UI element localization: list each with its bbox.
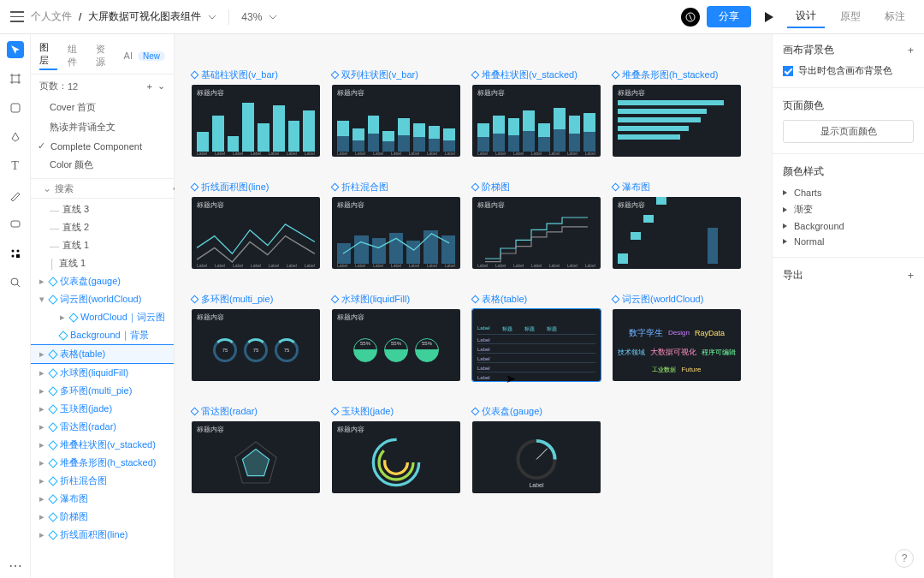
frame-thumb-jade[interactable]: 玉玦图(jade)标题内容 bbox=[332, 405, 460, 493]
frame-label[interactable]: 基础柱状图(v_bar) bbox=[192, 69, 320, 81]
layer-item[interactable]: —直线 1 bbox=[31, 236, 174, 254]
frame-thumb-table[interactable]: 表格(table)Label标题标题标题LabelLabelLabelLabel… bbox=[472, 293, 601, 381]
add-page-icon[interactable]: + bbox=[147, 81, 152, 92]
style-item[interactable]: Background bbox=[783, 221, 914, 231]
app-logo-icon[interactable] bbox=[681, 8, 700, 27]
tab-ai[interactable]: AI bbox=[124, 51, 133, 61]
frame-thumb-vstack[interactable]: 堆叠柱状图(v_stacked)标题内容LabelLabelLabelLabel… bbox=[472, 69, 601, 157]
chevron-down-icon[interactable] bbox=[269, 15, 277, 20]
export-bg-label: 导出时包含画布背景色 bbox=[798, 64, 892, 77]
layer-item[interactable]: ▸仪表盘(gauge) bbox=[31, 272, 174, 290]
frame-thumb-liquid[interactable]: 水球图(liquidFill)标题内容55%55%55% bbox=[332, 293, 460, 381]
layer-item[interactable]: ▸瀑布图 bbox=[31, 490, 174, 508]
layer-item[interactable]: ▸玉玦图(jade) bbox=[31, 400, 174, 418]
layer-item[interactable]: —直线 2 bbox=[31, 218, 174, 236]
page-item[interactable]: Color 颜色 bbox=[31, 155, 174, 175]
frame-label[interactable]: 瀑布图 bbox=[613, 181, 741, 194]
frame-label[interactable]: 双列柱状图(v_bar) bbox=[332, 69, 460, 81]
breadcrumb[interactable]: 个人文件 bbox=[31, 9, 72, 24]
frame-label[interactable]: 堆叠条形图(h_stacked) bbox=[613, 69, 741, 81]
chevron-down-icon[interactable]: ⌄ bbox=[157, 80, 165, 92]
page-color-title: 页面颜色 bbox=[783, 98, 824, 113]
style-item[interactable]: 渐变 bbox=[783, 203, 914, 216]
frame-thumb-step[interactable]: 阶梯图标题内容LabelLabelLabelLabelLabelLabelLab… bbox=[472, 181, 601, 269]
frame-label[interactable]: 多环图(multi_pie) bbox=[192, 293, 320, 306]
canvas[interactable]: 基础柱状图(v_bar)标题内容LabelLabelLabelLabelLabe… bbox=[175, 34, 772, 578]
layer-item[interactable]: ▸折柱混合图 bbox=[31, 472, 174, 490]
more-icon[interactable]: ⋯ bbox=[7, 561, 24, 578]
layer-item[interactable]: │直线 1 bbox=[31, 254, 174, 272]
layer-item[interactable]: ▾词云图(worldCloud) bbox=[31, 290, 174, 308]
pages-count: 12 bbox=[68, 81, 78, 92]
add-export-icon[interactable]: + bbox=[908, 270, 914, 282]
layer-item[interactable]: Background｜背景 bbox=[31, 326, 174, 344]
style-item[interactable]: Charts bbox=[783, 188, 914, 198]
help-icon[interactable]: ? bbox=[895, 549, 914, 568]
style-item[interactable]: Normal bbox=[783, 236, 914, 247]
frame-label[interactable]: 阶梯图 bbox=[472, 181, 601, 194]
layer-item[interactable]: ▸水球图(liquidFill) bbox=[31, 364, 174, 382]
svg-point-3 bbox=[11, 250, 14, 253]
page-item[interactable]: Cover 首页 bbox=[31, 98, 174, 117]
widgets-icon[interactable] bbox=[7, 245, 24, 262]
export-bg-checkbox[interactable] bbox=[783, 66, 793, 76]
layer-item[interactable]: ▸WordCloud｜词云图 bbox=[31, 308, 174, 326]
tab-assets[interactable]: 资源 bbox=[96, 43, 114, 69]
frame-thumb-vbar[interactable]: 基础柱状图(v_bar)标题内容LabelLabelLabelLabelLabe… bbox=[192, 69, 320, 157]
comment-tool-icon[interactable] bbox=[7, 216, 24, 233]
tab-components[interactable]: 组件 bbox=[68, 43, 86, 69]
tab-annotate[interactable]: 标注 bbox=[876, 6, 914, 27]
show-page-color-button[interactable]: 显示页面颜色 bbox=[783, 120, 914, 143]
frame-label[interactable]: 折柱混合图 bbox=[332, 181, 460, 194]
add-bg-icon[interactable]: + bbox=[908, 45, 914, 57]
svg-marker-10 bbox=[242, 449, 269, 475]
layer-item[interactable]: ▸堆叠柱状图(v_stacked) bbox=[31, 436, 174, 454]
tab-layers[interactable]: 图层 bbox=[39, 41, 57, 70]
chevron-down-icon[interactable]: ⌄ bbox=[43, 182, 51, 194]
search-tool-icon[interactable] bbox=[7, 274, 24, 291]
frame-label[interactable]: 雷达图(radar) bbox=[192, 405, 320, 418]
search-input[interactable] bbox=[55, 183, 173, 194]
layer-item[interactable]: —直线 3 bbox=[31, 200, 174, 218]
color-style-title: 颜色样式 bbox=[783, 164, 824, 179]
move-tool-icon[interactable] bbox=[7, 41, 24, 58]
frame-thumb-waterfall[interactable]: 瀑布图标题内容 bbox=[613, 181, 741, 269]
frame-thumb-cloud[interactable]: 词云图(worldCloud)数字孪生DesignRayData技术领域大数据可… bbox=[613, 293, 741, 381]
text-tool-icon[interactable]: T bbox=[7, 158, 24, 175]
frame-label[interactable]: 折线面积图(line) bbox=[192, 181, 320, 194]
frame-label[interactable]: 水球图(liquidFill) bbox=[332, 293, 460, 306]
frame-thumb-radar[interactable]: 雷达图(radar)标题内容 bbox=[192, 405, 320, 493]
frame-thumb-gauge[interactable]: 仪表盘(gauge)Label bbox=[472, 405, 601, 493]
layer-item[interactable]: ▸堆叠条形图(h_stacked) bbox=[31, 454, 174, 472]
layer-item[interactable]: ▸雷达图(radar) bbox=[31, 418, 174, 436]
frame-thumb-multipie[interactable]: 多环图(multi_pie)标题内容757575 bbox=[192, 293, 320, 381]
file-title[interactable]: 大屏数据可视化图表组件 bbox=[88, 9, 201, 24]
page-item[interactable]: ✓Complete Component bbox=[31, 137, 174, 155]
share-button[interactable]: 分享 bbox=[707, 6, 751, 27]
tab-design[interactable]: 设计 bbox=[787, 5, 825, 28]
hamburger-icon[interactable] bbox=[10, 10, 24, 24]
layer-item[interactable]: ▸折线面积图(line) bbox=[31, 526, 174, 544]
svg-point-5 bbox=[11, 255, 14, 258]
frame-thumb-vbar2[interactable]: 双列柱状图(v_bar)标题内容LabelLabelLabelLabelLabe… bbox=[332, 69, 460, 157]
pen-tool-icon[interactable] bbox=[7, 128, 24, 146]
layer-item[interactable]: ▸表格(table) bbox=[31, 344, 174, 364]
frame-tool-icon[interactable] bbox=[7, 70, 24, 87]
layer-item[interactable]: ▸多环图(multi_pie) bbox=[31, 382, 174, 400]
play-icon[interactable] bbox=[765, 12, 773, 22]
zoom-level[interactable]: 43% bbox=[241, 11, 262, 23]
frame-label[interactable]: 仪表盘(gauge) bbox=[472, 405, 601, 418]
frame-label[interactable]: 词云图(worldCloud) bbox=[613, 293, 741, 306]
frame-label[interactable]: 表格(table) bbox=[472, 293, 601, 306]
frame-label[interactable]: 堆叠柱状图(v_stacked) bbox=[472, 69, 601, 81]
chevron-down-icon[interactable] bbox=[208, 15, 216, 20]
shape-tool-icon[interactable] bbox=[7, 99, 24, 116]
frame-thumb-mix[interactable]: 折柱混合图标题内容LabelLabelLabelLabelLabelLabelL… bbox=[332, 181, 460, 269]
frame-thumb-hstack[interactable]: 堆叠条形图(h_stacked)标题内容 bbox=[613, 69, 741, 157]
frame-thumb-area[interactable]: 折线面积图(line)标题内容LabelLabelLabelLabelLabel… bbox=[192, 181, 320, 269]
pencil-tool-icon[interactable] bbox=[7, 187, 24, 204]
frame-label[interactable]: 玉玦图(jade) bbox=[332, 405, 460, 418]
layer-item[interactable]: ▸阶梯图 bbox=[31, 508, 174, 526]
tab-prototype[interactable]: 原型 bbox=[832, 6, 869, 27]
page-item[interactable]: 熟读并背诵全文 bbox=[31, 117, 174, 137]
